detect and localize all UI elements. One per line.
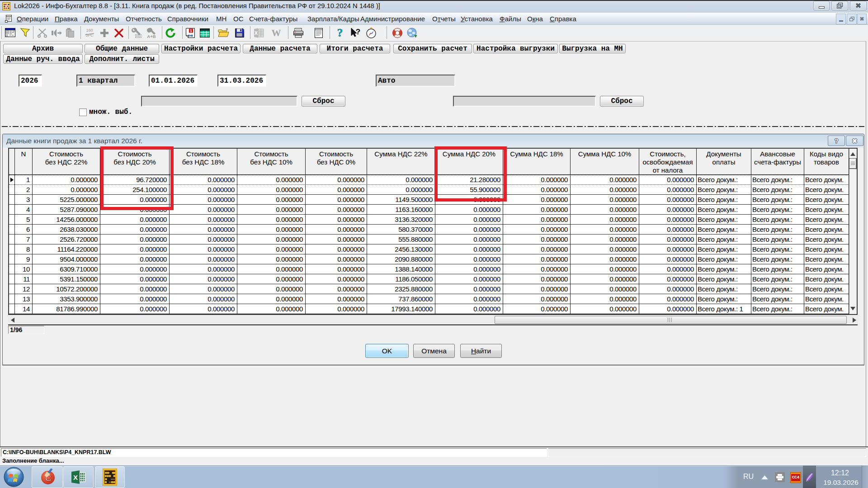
svg-text:160: 160 [86, 28, 93, 33]
svg-text:янв: янв [188, 34, 193, 37]
svg-text:X: X [73, 474, 77, 481]
svg-text:1: 1 [190, 28, 192, 33]
svg-text:?: ? [337, 27, 343, 39]
svg-text:?: ? [356, 28, 360, 36]
svg-text:X: X [255, 30, 258, 36]
svg-text:W: W [272, 28, 281, 38]
svg-text:A+B: A+B [147, 34, 156, 39]
